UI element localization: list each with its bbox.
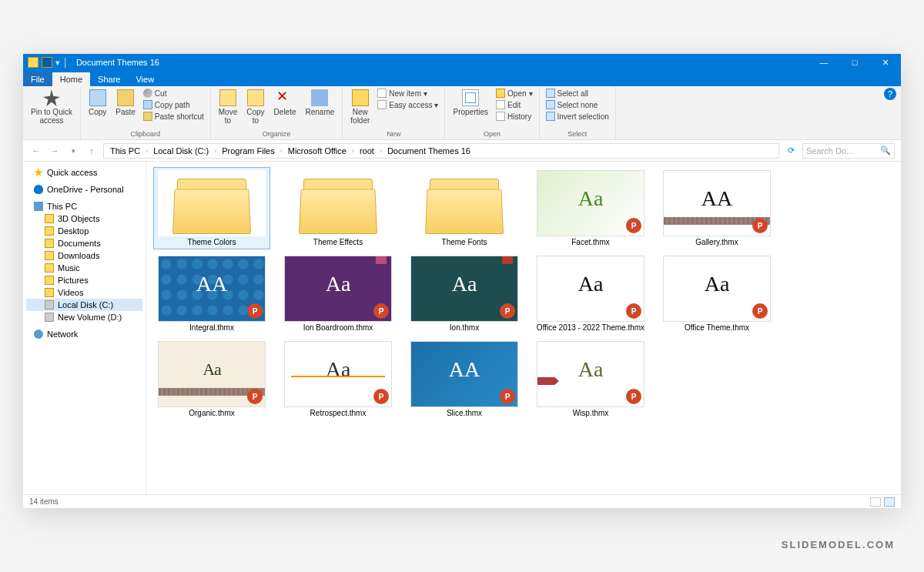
forward-button[interactable]: → xyxy=(48,144,62,158)
theme-item[interactable]: AaPOffice 2013 - 2022 Theme.thmx xyxy=(533,253,648,334)
properties-button[interactable]: Properties xyxy=(450,88,491,118)
network-icon xyxy=(34,329,43,339)
nav-item[interactable]: Local Disk (C:) xyxy=(26,299,142,311)
folder-item[interactable]: Theme Colors xyxy=(154,168,270,249)
paste-button[interactable]: Paste xyxy=(112,88,139,118)
theme-thumbnail: AaP xyxy=(537,341,644,407)
open-group-label: Open xyxy=(450,130,534,138)
minimize-button[interactable]: — xyxy=(808,54,839,71)
tab-view[interactable]: View xyxy=(128,72,162,86)
nav-onedrive[interactable]: OneDrive - Personal xyxy=(26,183,142,196)
nav-item[interactable]: New Volume (D:) xyxy=(26,311,142,323)
copy-path-button[interactable]: Copy path xyxy=(142,99,206,110)
theme-thumbnail: AaP xyxy=(284,341,392,407)
item-label: Gallery.thmx xyxy=(695,238,738,246)
breadcrumb-segment[interactable]: Local Disk (C:) xyxy=(150,146,212,156)
powerpoint-icon: P xyxy=(500,303,515,319)
select-group-label: Select xyxy=(544,130,611,138)
delete-button[interactable]: ✕Delete xyxy=(271,88,300,118)
up-button[interactable]: ↑ xyxy=(85,144,99,158)
nav-quick-access[interactable]: Quick access xyxy=(26,166,142,179)
theme-item[interactable]: AaPFacet.thmx xyxy=(533,168,648,249)
paste-shortcut-button[interactable]: Paste shortcut xyxy=(142,111,206,122)
content-pane: Theme ColorsTheme EffectsTheme FontsAaPF… xyxy=(146,162,901,494)
item-label: Facet.thmx xyxy=(571,238,609,246)
back-button[interactable]: ← xyxy=(29,144,43,158)
chevron-right-icon: › xyxy=(213,147,217,155)
folder-icon xyxy=(45,251,54,260)
thumbnails-view-button[interactable] xyxy=(884,497,895,507)
powerpoint-icon: P xyxy=(752,218,768,233)
tab-file[interactable]: File xyxy=(23,72,52,86)
history-button[interactable]: History xyxy=(494,111,534,122)
nav-network[interactable]: Network xyxy=(26,328,142,340)
breadcrumb-segment[interactable]: Program Files xyxy=(219,146,277,156)
powerpoint-icon: P xyxy=(247,303,263,319)
theme-item[interactable]: AAPIntegral.thmx xyxy=(154,253,270,334)
breadcrumb-segment[interactable]: root xyxy=(357,146,377,156)
drive-icon xyxy=(45,300,54,309)
rename-button[interactable]: Rename xyxy=(303,88,338,118)
breadcrumb-segment[interactable]: Microsoft Office xyxy=(285,146,350,156)
details-view-button[interactable] xyxy=(870,497,881,507)
theme-item[interactable]: AaPIon.thmx xyxy=(407,253,522,334)
move-to-button[interactable]: Move to xyxy=(216,88,240,126)
tab-share[interactable]: Share xyxy=(90,72,128,86)
folder-item[interactable]: Theme Effects xyxy=(280,168,396,249)
nav-item[interactable]: Desktop xyxy=(26,225,142,237)
theme-thumbnail: AaP xyxy=(663,256,771,322)
maximize-button[interactable]: □ xyxy=(839,54,870,71)
theme-item[interactable]: AAPGallery.thmx xyxy=(659,168,775,249)
nav-item[interactable]: Music xyxy=(26,262,142,274)
nav-item[interactable]: Documents xyxy=(26,237,142,249)
star-icon xyxy=(34,168,43,177)
theme-thumbnail: AaP xyxy=(537,256,644,322)
open-button[interactable]: Open ▾ xyxy=(494,88,534,99)
item-label: Office Theme.thmx xyxy=(685,323,749,332)
quick-access-toolbar: ▾ │ xyxy=(23,57,73,68)
breadcrumb[interactable]: This PC›Local Disk (C:)›Program Files›Mi… xyxy=(103,143,779,159)
nav-item[interactable]: Downloads xyxy=(26,249,142,262)
theme-thumbnail: AaP xyxy=(284,256,392,322)
new-item-button[interactable]: New item ▾ xyxy=(376,88,440,99)
search-icon: 🔍 xyxy=(880,146,891,156)
theme-item[interactable]: AAPSlice.thmx xyxy=(407,339,522,420)
nav-this-pc[interactable]: This PC xyxy=(26,200,142,212)
chevron-right-icon: › xyxy=(145,147,149,155)
chevron-right-icon: › xyxy=(379,147,383,155)
search-input[interactable]: Search Do... 🔍 xyxy=(802,143,895,159)
cut-button[interactable]: Cut xyxy=(142,88,206,99)
easy-access-button[interactable]: Easy access ▾ xyxy=(376,99,440,110)
nav-item[interactable]: Videos xyxy=(26,286,142,299)
close-button[interactable]: × xyxy=(870,54,901,71)
select-all-button[interactable]: Select all xyxy=(544,88,611,99)
theme-item[interactable]: AaPOrganic.thmx xyxy=(154,339,270,420)
item-label: Organic.thmx xyxy=(189,409,234,417)
tab-home[interactable]: Home xyxy=(52,72,90,86)
address-bar: ← → ▾ ↑ This PC›Local Disk (C:)›Program … xyxy=(23,140,901,162)
pin-quick-access-button[interactable]: Pin to Quick access xyxy=(28,88,75,126)
folder-item[interactable]: Theme Fonts xyxy=(407,168,522,249)
recent-button[interactable]: ▾ xyxy=(66,144,80,158)
theme-item[interactable]: AaPRetrospect.thmx xyxy=(280,339,396,420)
new-folder-button[interactable]: New folder xyxy=(347,88,373,126)
invert-selection-button[interactable]: Invert selection xyxy=(544,111,611,122)
theme-thumbnail: AAP xyxy=(158,256,266,322)
nav-item[interactable]: Pictures xyxy=(26,274,142,286)
copy-to-button[interactable]: Copy to xyxy=(243,88,267,126)
theme-item[interactable]: AaPOffice Theme.thmx xyxy=(659,253,775,334)
copy-button[interactable]: Copy xyxy=(85,88,109,118)
window-title: Document Themes 16 xyxy=(73,58,808,67)
nav-item[interactable]: 3D Objects xyxy=(26,212,142,225)
powerpoint-icon: P xyxy=(626,303,641,319)
help-button[interactable]: ? xyxy=(884,88,896,100)
theme-item[interactable]: AaPWisp.thmx xyxy=(533,339,648,420)
breadcrumb-segment[interactable]: This PC xyxy=(107,146,143,156)
theme-thumbnail: AaP xyxy=(158,341,266,407)
theme-thumbnail: AAP xyxy=(410,341,518,407)
select-none-button[interactable]: Select none xyxy=(544,99,611,110)
theme-item[interactable]: AaPIon Boardroom.thmx xyxy=(280,253,396,334)
edit-button[interactable]: Edit xyxy=(494,99,534,110)
refresh-button[interactable]: ⟳ xyxy=(784,144,798,158)
breadcrumb-segment[interactable]: Document Themes 16 xyxy=(384,146,474,156)
